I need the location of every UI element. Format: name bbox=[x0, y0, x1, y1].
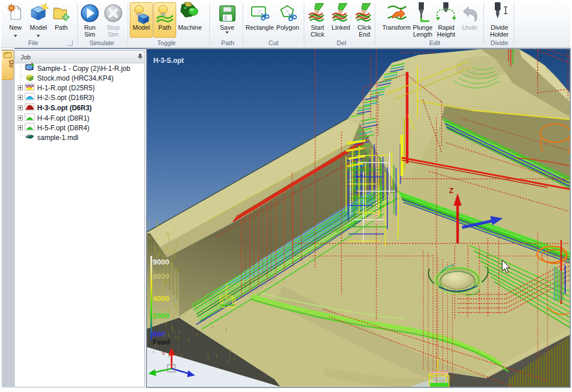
svg-text:600: 600 bbox=[153, 330, 165, 338]
svg-text:Dir: Dir bbox=[8, 60, 14, 68]
svg-text:Feed: Feed bbox=[153, 338, 170, 346]
svg-text:4000: 4000 bbox=[153, 294, 169, 303]
svg-text:Z: Z bbox=[449, 186, 454, 195]
svg-text:H-3-S.opt: H-3-S.opt bbox=[153, 57, 184, 65]
svg-text:S: S bbox=[162, 351, 165, 356]
